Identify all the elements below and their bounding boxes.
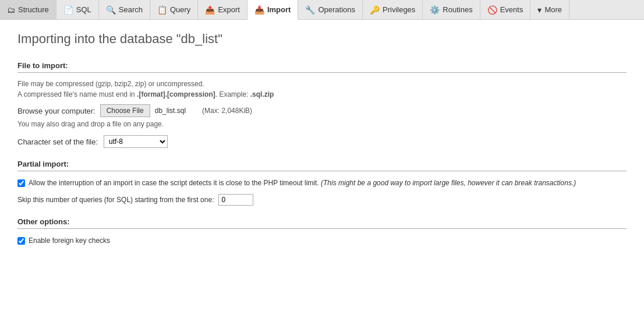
foreign-key-label[interactable]: Enable foreign key checks: [29, 236, 110, 246]
nav-export[interactable]: 📤 Export: [198, 0, 247, 19]
skip-label: Skip this number of queries (for SQL) st…: [17, 196, 214, 204]
nav-sql[interactable]: 📄 SQL: [56, 0, 99, 19]
query-icon: 📋: [157, 5, 167, 15]
nav-privileges[interactable]: 🔑 Privileges: [363, 0, 423, 19]
nav-structure-label: Structure: [18, 5, 49, 14]
structure-icon: 🗂: [7, 5, 15, 15]
nav-operations-label: Operations: [318, 5, 355, 14]
other-options-header: Other options:: [17, 217, 627, 229]
info-line1: File may be compressed (gzip, bzip2, zip…: [17, 80, 627, 88]
page-title: Importing into the database "db_list": [17, 31, 627, 47]
export-icon: 📤: [205, 5, 215, 15]
sql-icon: 📄: [63, 5, 73, 15]
max-size-label: (Max: 2,048KiB): [202, 107, 252, 115]
file-name-display: db_list.sql: [155, 107, 186, 115]
info-line2: A compressed file's name must end in .[f…: [17, 90, 627, 98]
file-import-section: File to import: File may be compressed (…: [17, 61, 627, 148]
charset-select[interactable]: utf-8 utf-16 latin1 ascii: [104, 135, 168, 148]
nav-search[interactable]: 🔍 Search: [99, 0, 150, 19]
events-icon: 🚫: [487, 5, 497, 15]
drag-drop-text: You may also drag and drop a file on any…: [17, 120, 627, 128]
more-icon: ▾: [537, 5, 542, 15]
nav-query-label: Query: [170, 5, 190, 14]
partial-import-section: Partial import: Allow the interruption o…: [17, 160, 627, 206]
nav-more[interactable]: ▾ More: [530, 0, 569, 19]
nav-operations[interactable]: 🔧 Operations: [298, 0, 363, 19]
browse-label: Browse your computer:: [17, 107, 95, 115]
interrupt-checkbox-row: Allow the interruption of an import in c…: [17, 178, 627, 188]
other-options-section: Other options: Enable foreign key checks: [17, 217, 627, 246]
nav-events-label: Events: [500, 5, 523, 14]
nav-more-label: More: [544, 5, 562, 14]
charset-label: Character set of the file:: [17, 137, 98, 146]
search-icon: 🔍: [106, 5, 116, 15]
nav-import[interactable]: 📥 Import: [247, 0, 298, 20]
privileges-icon: 🔑: [370, 5, 380, 15]
interrupt-label[interactable]: Allow the interruption of an import in c…: [29, 178, 576, 188]
import-icon: 📥: [254, 5, 264, 15]
interrupt-checkbox[interactable]: [17, 179, 25, 187]
nav-sql-label: SQL: [76, 5, 91, 14]
nav-query[interactable]: 📋 Query: [150, 0, 198, 19]
skip-row: Skip this number of queries (for SQL) st…: [17, 194, 627, 206]
nav-bar: 🗂 Structure 📄 SQL 🔍 Search 📋 Query 📤 Exp…: [0, 0, 644, 20]
charset-row: Character set of the file: utf-8 utf-16 …: [17, 135, 627, 148]
skip-input[interactable]: [218, 194, 253, 206]
nav-structure[interactable]: 🗂 Structure: [0, 0, 56, 19]
nav-import-label: Import: [267, 5, 291, 14]
nav-export-label: Export: [218, 5, 240, 14]
partial-import-header: Partial import:: [17, 160, 627, 171]
browse-row: Browse your computer: Choose File db_lis…: [17, 104, 627, 117]
nav-routines-label: Routines: [443, 5, 472, 14]
operations-icon: 🔧: [305, 5, 315, 15]
foreign-key-checkbox[interactable]: [17, 237, 25, 245]
choose-file-button[interactable]: Choose File: [100, 104, 150, 117]
file-import-header: File to import:: [17, 61, 627, 73]
foreign-key-row: Enable foreign key checks: [17, 236, 627, 246]
nav-routines[interactable]: ⚙️ Routines: [423, 0, 480, 19]
nav-privileges-label: Privileges: [383, 5, 415, 14]
nav-search-label: Search: [119, 5, 143, 14]
main-content: Importing into the database "db_list" Fi…: [0, 20, 644, 314]
nav-events[interactable]: 🚫 Events: [480, 0, 531, 19]
routines-icon: ⚙️: [430, 5, 440, 15]
